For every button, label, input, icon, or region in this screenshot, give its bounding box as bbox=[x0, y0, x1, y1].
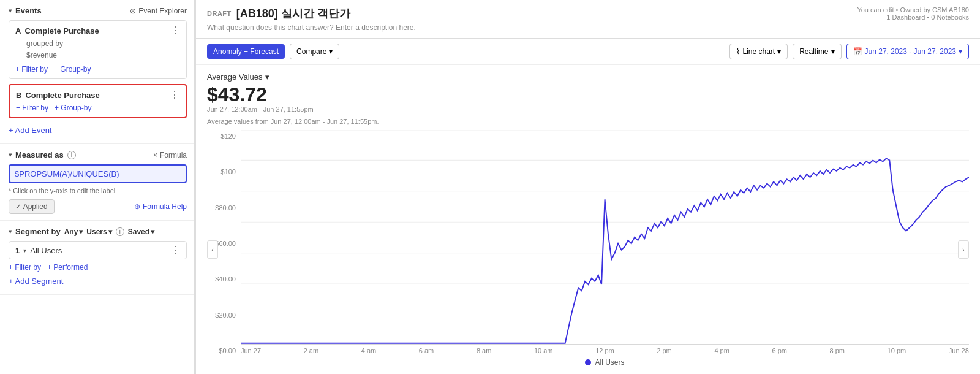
title-row: DRAFT [AB180] 실시간 객단가 You can edit • Own… bbox=[207, 6, 969, 21]
main-header: DRAFT [AB180] 실시간 객단가 You can edit • Own… bbox=[196, 0, 980, 39]
chart-svg bbox=[241, 130, 969, 345]
chart-area: Average Values ▾ $43.72 Jun 27, 12:00am … bbox=[196, 65, 980, 374]
chart-type-label: Line chart bbox=[742, 47, 775, 56]
chart-type-chevron-icon: ▾ bbox=[777, 47, 781, 56]
event-explorer-button[interactable]: ⊙ Event Explorer bbox=[130, 7, 187, 15]
realtime-label: Realtime bbox=[799, 47, 828, 56]
events-chevron-icon[interactable]: ▾ bbox=[9, 7, 12, 14]
event-a-header: A Complete Purchase ⋮ bbox=[15, 26, 180, 36]
event-a-menu-button[interactable]: ⋮ bbox=[170, 26, 180, 36]
toolbar-right: ⌇ Line chart ▾ Realtime ▾ 📅 Jun 27, 2023… bbox=[729, 44, 969, 59]
measured-title: ▾ Measured as i bbox=[9, 150, 76, 159]
segment-num: 1 bbox=[15, 246, 20, 255]
segment-users-dropdown[interactable]: Users ▾ bbox=[86, 227, 111, 236]
x-label-10am: 10 am bbox=[534, 347, 553, 354]
chart-nav-right-button[interactable]: › bbox=[958, 240, 969, 259]
date-chevron-icon: ▾ bbox=[959, 47, 962, 56]
chart-type-button[interactable]: ⌇ Line chart ▾ bbox=[729, 44, 788, 59]
segment-filter-button[interactable]: + Filter by bbox=[9, 263, 41, 272]
event-b-letter: B bbox=[16, 91, 21, 100]
segment-all-users-item: 1 ▾ All Users ⋮ bbox=[9, 241, 187, 259]
y-axis-label-100: $100 bbox=[221, 168, 236, 175]
chevron-right-icon: › bbox=[962, 246, 964, 253]
sidebar: ▾ Events ⊙ Event Explorer A Complete Pur… bbox=[0, 0, 196, 374]
y-axis-label-20: $20.00 bbox=[215, 311, 236, 319]
segment-any-chevron: ▾ bbox=[79, 227, 83, 236]
events-section: ▾ Events ⊙ Event Explorer A Complete Pur… bbox=[0, 0, 195, 144]
events-header: ▾ Events ⊙ Event Explorer bbox=[9, 6, 187, 15]
x-label-4am: 4 am bbox=[361, 347, 376, 354]
compare-label: Compare bbox=[296, 47, 326, 56]
x-icon: × bbox=[153, 151, 157, 159]
formula-help-button[interactable]: ⊕ Formula Help bbox=[134, 202, 187, 211]
measured-label: Measured as bbox=[15, 150, 64, 159]
realtime-chevron-icon: ▾ bbox=[831, 47, 835, 56]
anomaly-forecast-button[interactable]: Anomaly + Forecast bbox=[207, 44, 285, 59]
x-axis: Jun 27 2 am 4 am 6 am 8 am 10 am 12 pm 2… bbox=[241, 345, 969, 356]
formula-toggle[interactable]: × Formula bbox=[153, 151, 187, 159]
event-a-name: Complete Purchase bbox=[24, 26, 99, 36]
event-a-letter: A bbox=[15, 26, 21, 36]
main-content: DRAFT [AB180] 실시간 객단가 You can edit • Own… bbox=[196, 0, 980, 374]
chart-nav-left-button[interactable]: ‹ bbox=[207, 240, 218, 259]
formula-actions: ✓ Applied ⊕ Formula Help bbox=[9, 199, 187, 214]
segment-saved-label: Saved bbox=[128, 227, 149, 236]
event-a-groupby-button[interactable]: + Group-by bbox=[54, 65, 91, 74]
event-b-item: B Complete Purchase ⋮ + Filter by + Grou… bbox=[9, 84, 187, 118]
date-range-button[interactable]: 📅 Jun 27, 2023 - Jun 27, 2023 ▾ bbox=[846, 44, 969, 59]
segment-item-name: All Users bbox=[30, 246, 62, 255]
x-label-10pm: 10 pm bbox=[888, 347, 907, 354]
x-label-2pm: 2 pm bbox=[657, 347, 671, 354]
x-label-jun27: Jun 27 bbox=[241, 347, 261, 354]
add-event-button[interactable]: + Add Event bbox=[9, 123, 51, 137]
avg-values-label: Average Values bbox=[207, 72, 263, 82]
measured-info-icon[interactable]: i bbox=[67, 151, 76, 159]
calendar-icon: 📅 bbox=[853, 47, 862, 56]
title-left: DRAFT [AB180] 실시간 객단가 bbox=[207, 6, 350, 21]
segment-controls: Any ▾ Users ▾ i Saved ▾ bbox=[64, 227, 154, 236]
owner-info: You can edit • Owned by CSM AB180 1 Dash… bbox=[857, 6, 969, 21]
legend-label: All Users bbox=[595, 358, 624, 367]
formula-input[interactable] bbox=[9, 164, 187, 183]
event-b-filter-button[interactable]: + Filter by bbox=[16, 104, 48, 112]
event-explorer-icon: ⊙ bbox=[130, 7, 136, 15]
segment-any-label: Any bbox=[64, 227, 78, 236]
date-range-label: Jun 27, 2023 - Jun 27, 2023 bbox=[865, 47, 956, 56]
event-b-filter-row: + Filter by + Group-by bbox=[16, 104, 179, 112]
x-label-6am: 6 am bbox=[419, 347, 434, 354]
events-header-left: ▾ Events bbox=[9, 6, 42, 15]
applied-button[interactable]: ✓ Applied bbox=[9, 199, 55, 214]
x-label-8am: 8 am bbox=[477, 347, 491, 354]
segment-chevron-icon[interactable]: ▾ bbox=[9, 228, 12, 235]
avg-note: Average values from Jun 27, 12:00am - Ju… bbox=[207, 118, 969, 125]
x-label-2am: 2 am bbox=[304, 347, 318, 354]
x-label-6pm: 6 pm bbox=[772, 347, 786, 354]
segment-info-icon[interactable]: i bbox=[116, 227, 124, 236]
add-segment-button[interactable]: + Add Segment bbox=[9, 274, 63, 288]
segment-section: ▾ Segment by Any ▾ Users ▾ i Saved ▾ bbox=[0, 221, 195, 295]
chart-description[interactable]: What question does this chart answer? En… bbox=[207, 23, 969, 32]
measured-header: ▾ Measured as i × Formula bbox=[9, 150, 187, 159]
x-label-4pm: 4 pm bbox=[714, 347, 729, 354]
compare-button[interactable]: Compare ▾ bbox=[290, 44, 339, 59]
line-chart-icon: ⌇ bbox=[736, 47, 740, 56]
chart-title: [AB180] 실시간 객단가 bbox=[236, 6, 350, 21]
formula-label: Formula bbox=[160, 151, 187, 159]
measured-chevron-icon[interactable]: ▾ bbox=[9, 151, 12, 158]
toolbar-left: Anomaly + Forecast Compare ▾ bbox=[207, 44, 339, 59]
event-a-filter-button[interactable]: + Filter by bbox=[15, 65, 48, 74]
segment-item-menu-button[interactable]: ⋮ bbox=[170, 245, 180, 255]
event-b-menu-button[interactable]: ⋮ bbox=[170, 90, 179, 100]
segment-label: Segment by bbox=[15, 227, 61, 236]
date-range-info: Jun 27, 12:00am - Jun 27, 11:55pm bbox=[207, 105, 969, 113]
segment-item-chevron[interactable]: ▾ bbox=[23, 247, 26, 254]
segment-saved-dropdown[interactable]: Saved ▾ bbox=[128, 227, 154, 236]
big-value: $43.72 bbox=[207, 84, 969, 105]
realtime-button[interactable]: Realtime ▾ bbox=[793, 44, 841, 59]
y-axis-label-120: $120 bbox=[221, 132, 236, 140]
event-b-groupby-button[interactable]: + Group-by bbox=[55, 104, 91, 112]
segment-users-label: Users bbox=[86, 227, 107, 236]
segment-any-dropdown[interactable]: Any ▾ bbox=[64, 227, 83, 236]
measured-as-section: ▾ Measured as i × Formula * Click on the… bbox=[0, 144, 195, 221]
segment-performed-button[interactable]: + Performed bbox=[47, 263, 88, 272]
